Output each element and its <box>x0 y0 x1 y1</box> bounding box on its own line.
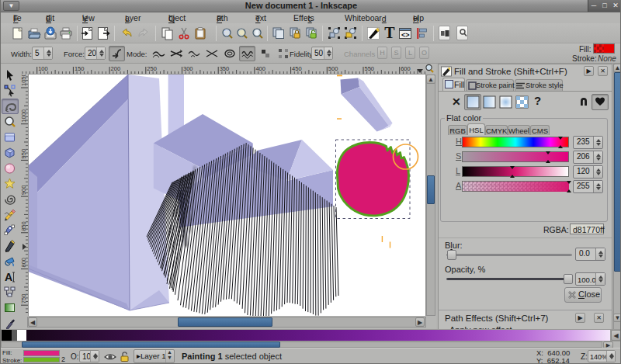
svg-text:500: 500 <box>328 65 338 72</box>
svg-text:250: 250 <box>147 65 157 72</box>
svg-text:600: 600 <box>401 65 411 72</box>
svg-text:750: 750 <box>20 294 27 304</box>
svg-text:400: 400 <box>255 65 265 72</box>
svg-text:200: 200 <box>111 65 121 72</box>
svg-text:300: 300 <box>183 65 193 72</box>
svg-text:A: A <box>5 271 12 283</box>
svg-text:450: 450 <box>292 65 302 72</box>
svg-text:550: 550 <box>365 65 375 72</box>
svg-text:100: 100 <box>38 65 48 72</box>
svg-text:800: 800 <box>20 258 27 268</box>
svg-text:900: 900 <box>20 185 27 196</box>
svg-text:150: 150 <box>75 65 85 72</box>
svg-text:1000: 1000 <box>20 109 27 123</box>
svg-text:850: 850 <box>20 221 27 231</box>
svg-text:1050: 1050 <box>20 75 27 86</box>
svg-text:950: 950 <box>20 149 27 159</box>
svg-text:350: 350 <box>220 65 230 72</box>
svg-text:<>: <> <box>401 31 410 39</box>
